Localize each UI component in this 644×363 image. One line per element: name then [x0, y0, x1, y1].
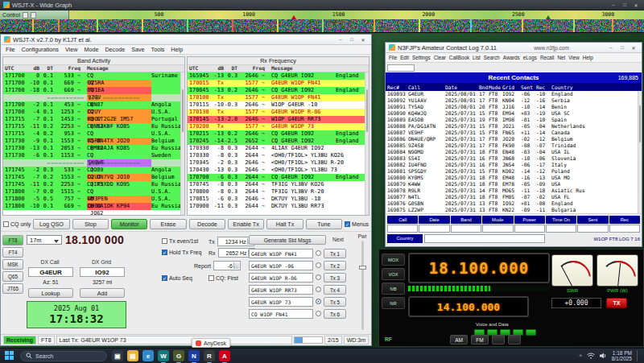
- dx-call-field[interactable]: G4EUR: [28, 267, 73, 277]
- decode-row[interactable]: 171745-70.21553 ~CQ ON7VQ JO10Belgium: [3, 174, 184, 181]
- decode-row[interactable]: 171715-110.22253 ~CQ R3KBF KO85Eu Russia: [3, 123, 184, 130]
- menu-item-clear[interactable]: Clear: [432, 55, 448, 60]
- menu-item-file[interactable]: File: [387, 55, 398, 60]
- field-input[interactable]: [482, 225, 513, 233]
- decode-row[interactable]: 171715-70.11453 ~CQ CT2GZE IM57Portugal: [3, 116, 184, 123]
- tx-6-button[interactable]: Tx 6: [324, 309, 346, 319]
- decode-row[interactable]: 171700-20.1453 ~CQ D2UY EN62Angola: [3, 101, 184, 109]
- decode-row[interactable]: 170045-130.22646 ~CQ G4EUR IO92England: [188, 87, 369, 94]
- spinner-up-down[interactable]: [31, 12, 36, 19]
- lookup-button[interactable]: Lookup: [28, 288, 73, 298]
- menu-item-help[interactable]: Help: [581, 55, 595, 60]
- close-button[interactable]: ✕: [631, 1, 641, 9]
- menu-item-decode[interactable]: Decode: [101, 46, 128, 53]
- green-function-button[interactable]: [526, 329, 536, 336]
- rx-freq-spinner[interactable]: Rx2652 Hz: [208, 248, 255, 258]
- decode-row[interactable]: 171700-180.1669 ~CQ 9Z0V KN87: [3, 87, 184, 94]
- taskbar-icon-edge[interactable]: e: [142, 350, 154, 361]
- minimize-button[interactable]: –: [606, 43, 616, 52]
- mode-button-ft8[interactable]: FT8: [2, 235, 23, 245]
- decode-row[interactable]: 171745-110.22253 ~CQ R3XDD KO95Eu Russia: [3, 181, 184, 188]
- log-qso-button[interactable]: Log QSO: [33, 219, 69, 229]
- frequency-scale[interactable]: 50010001500200025003000: [69, 10, 644, 19]
- mode-button-q65[interactable]: Q65: [2, 271, 23, 282]
- am-mode-button[interactable]: AM: [450, 335, 468, 344]
- decode-row[interactable]: 171800-100.1669 ~CQ UA1OK KP94Eu Russia: [3, 203, 184, 210]
- decode-row[interactable]: 170215-130.22646 ~CQ G4EUR IO92England: [188, 130, 369, 138]
- menu-item-settings[interactable]: Settings: [411, 55, 432, 60]
- menu-item-elogs[interactable]: eLogs: [522, 55, 539, 60]
- menu-item-file[interactable]: File: [2, 46, 19, 53]
- decode-row[interactable]: 171700-100.1669 ~CQ YU1EA KN04: [3, 80, 184, 87]
- log-row[interactable]: 169878R9LR2025/07/3114FT8MO65-11-18Asiat…: [386, 188, 642, 194]
- menus-checkbox[interactable]: Menus: [345, 221, 369, 227]
- decode-row[interactable]: 170345-20.32646 ~<OH0/TF1OL> YL3BU R-20: [188, 159, 369, 167]
- next-radio[interactable]: [316, 250, 321, 256]
- decode-row[interactable]: 171800-50.5757 ~CQ QH0U JO62U.S.A.: [3, 196, 184, 203]
- wide-graph-controls[interactable]: Control: [0, 10, 69, 19]
- log-row[interactable]: 169877N4TL2025/07/3118FT8FM05-07-02USA F…: [386, 194, 642, 200]
- decode-button[interactable]: Decode: [189, 219, 225, 229]
- dx-grid-field[interactable]: IO92: [80, 267, 125, 277]
- decode-row[interactable]: 170015Tx1577 ~G4EUR W1OP FN41: [188, 80, 369, 87]
- taskbar-icon-task-view[interactable]: ▣: [112, 350, 123, 361]
- decode-row[interactable]: 170800-80.32644 ~TF3IG YL3BV R-20: [188, 188, 369, 196]
- spinner-up-down[interactable]: [23, 12, 28, 19]
- field-input[interactable]: [546, 225, 576, 233]
- menu-item-search[interactable]: Search: [482, 55, 502, 60]
- cq-first-checkbox[interactable]: CQ: First: [208, 275, 238, 281]
- log-row[interactable]: 169884N9OMD2025/07/3118FT8EN48-03-04USA …: [386, 149, 642, 155]
- log-row[interactable]: 169876G0SBN2025/07/3113FT8IO92+01-08Engl…: [386, 200, 642, 207]
- tx-even-checkbox[interactable]: Tx even/1st: [162, 238, 198, 244]
- menu-item-view[interactable]: View: [567, 55, 581, 60]
- log-row[interactable]: 1698859Z4SB2025/07/3117FT8FK90-08-07Trin…: [386, 142, 642, 149]
- minimize-button[interactable]: –: [609, 1, 618, 9]
- decode-row[interactable]: 171800-70.01515 ~CQ WM3PEN FN20U.S.A.: [3, 188, 184, 196]
- tx-3-button[interactable]: Tx 3: [324, 273, 346, 283]
- log-row[interactable]: 169880KY0MS2025/07/3118FT8EM48-16-13USA …: [386, 175, 642, 181]
- radio-mode-button[interactable]: [492, 335, 505, 344]
- cq-only-checkbox[interactable]: CQ only: [3, 221, 31, 227]
- hold-tx-checkbox[interactable]: Hold Tx Freq: [162, 250, 201, 255]
- log-row[interactable]: 169888PA/DG1ATN2025/07/3115FT8JO21-05-04…: [386, 123, 642, 130]
- log-row[interactable]: 169889EA5OB2025/07/3119FT8IM98-01-10Spai…: [386, 117, 642, 123]
- decode-row[interactable]: 170130Tx1577 ~G4EUR W1OP R-06: [188, 109, 369, 116]
- menu-item-recall[interactable]: Recall: [539, 55, 556, 60]
- volume-icon[interactable]: [600, 353, 607, 359]
- tx-freq-spinner[interactable]: Tx1234 Hz: [208, 237, 254, 246]
- slider-thumb[interactable]: [359, 266, 366, 270]
- taskbar-search[interactable]: Search: [20, 351, 107, 361]
- radio-button-nr[interactable]: NR: [382, 297, 405, 309]
- tx-button[interactable]: TX: [606, 298, 627, 308]
- decode-row[interactable]: 17170000.1533 ~CQ 9Z5RA GJ25Suriname: [3, 72, 184, 80]
- report-spinner[interactable]: Report-6: [194, 261, 241, 270]
- next-radio[interactable]: [316, 274, 321, 280]
- taskbar-clock[interactable]: 1:18 PM 8/1/2025: [612, 350, 632, 362]
- std-message-text[interactable]: CQ W1OP FN41: [249, 309, 313, 319]
- radio-button-vox[interactable]: VOX: [382, 268, 405, 280]
- log-row[interactable]: 169882IU4FNO2025/07/3116FT8JN54-06-17Ita…: [386, 162, 642, 168]
- std-message-text[interactable]: G4EUR W1OP RR73: [249, 285, 313, 295]
- anydesk-panel-tab[interactable]: AnyDesk: [192, 338, 230, 348]
- add-button[interactable]: Add: [80, 288, 125, 298]
- maximize-button[interactable]: □: [620, 1, 630, 9]
- scrollbar[interactable]: [180, 72, 184, 215]
- field-input[interactable]: [451, 225, 481, 233]
- wide-graph-titlebar[interactable]: WSJT-X - Wide Graph – □ ✕: [0, 0, 644, 10]
- tx-4-button[interactable]: Tx 4: [324, 285, 346, 295]
- radio-button-mox[interactable]: MOX: [382, 254, 405, 266]
- log-row[interactable]: 169886ON4UE/QRP2025/07/3117FT8JO20-02-12…: [386, 136, 642, 142]
- log-row[interactable]: 169887VE9HF2025/07/3115FT8FN65+11-14Cana…: [386, 130, 642, 136]
- log-row[interactable]: 169883S54I2025/07/3116FT8JN68-10-06Slove…: [386, 155, 642, 162]
- tx-5-button[interactable]: Tx 5: [324, 297, 346, 307]
- menu-item-configurations[interactable]: Configurations: [19, 46, 62, 53]
- log-table[interactable]: 169893G4EUR2025/08/0117FT8IO92-06-10Engl…: [386, 91, 642, 213]
- menu-item-mode[interactable]: Mode: [80, 46, 101, 53]
- tune-button[interactable]: Tune: [306, 219, 342, 229]
- auto-seq-checkbox[interactable]: Auto Seq: [162, 275, 192, 281]
- next-radio[interactable]: [316, 262, 321, 268]
- decode-row[interactable]: 170200Tx1577 ~G4EUR W1OP 73: [188, 123, 369, 130]
- wsjtx-titlebar[interactable]: WSJT-X v2.7.0 by K1JT et al. – □ ✕: [1, 35, 371, 45]
- decode-row[interactable]: 171700-40.11253 ~CQ K9OV EN52U.S.A.: [3, 109, 184, 116]
- menu-item-callbook[interactable]: CallBook: [448, 55, 471, 60]
